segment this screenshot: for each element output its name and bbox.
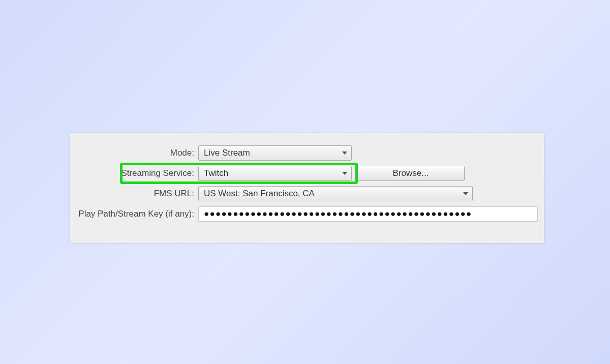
row-fms-url: FMS URL: US West: San Francisco, CA [70,186,544,201]
fms-url-select[interactable]: US West: San Francisco, CA [198,186,473,201]
streaming-service-value: Twitch [204,168,228,178]
chevron-down-icon [342,151,347,155]
streaming-service-select[interactable]: Twitch [198,166,352,181]
browse-button[interactable]: Browse... [357,166,465,181]
row-stream-key: Play Path/Stream Key (if any): ●●●●●●●●●… [70,206,544,222]
chevron-down-icon [463,192,468,195]
fms-url-value: US West: San Francisco, CA [204,189,315,199]
row-streaming-service: Streaming Service: Twitch Browse... [70,166,544,181]
stream-key-value: ●●●●●●●●●●●●●●●●●●●●●●●●●●●●●●●●●●●●●●●●… [204,209,472,219]
fms-url-label: FMS URL: [70,189,198,199]
mode-select-value: Live Stream [204,148,250,158]
mode-select[interactable]: Live Stream [198,145,352,161]
browse-button-label: Browse... [393,168,429,178]
stream-key-label: Play Path/Stream Key (if any): [70,209,198,219]
chevron-down-icon [342,172,347,175]
streaming-service-label: Streaming Service: [70,168,198,178]
broadcast-settings-panel: Mode: Live Stream Streaming Service: Twi… [70,133,544,243]
stream-key-input[interactable]: ●●●●●●●●●●●●●●●●●●●●●●●●●●●●●●●●●●●●●●●●… [198,206,538,222]
mode-label: Mode: [70,148,198,158]
row-mode: Mode: Live Stream [70,145,544,161]
